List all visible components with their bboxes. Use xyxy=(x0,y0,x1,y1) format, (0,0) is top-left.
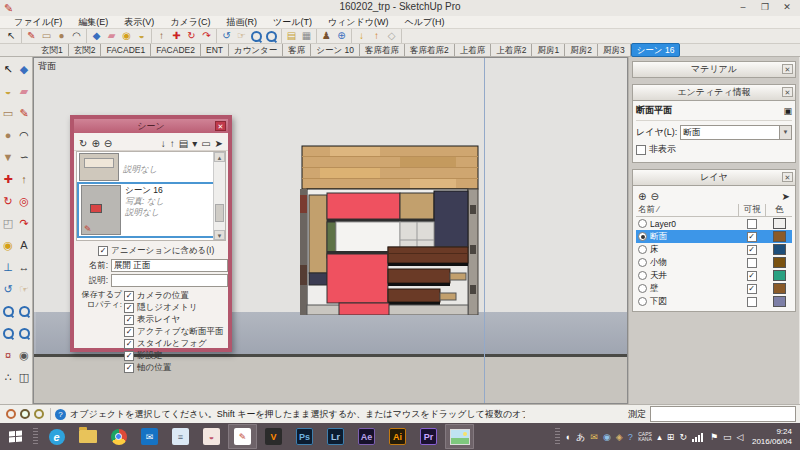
scene-name-input[interactable] xyxy=(111,259,228,272)
paint-taskbar-button[interactable]: ◒ xyxy=(197,424,226,449)
scene-tab[interactable]: カウンター xyxy=(229,44,283,56)
scale-button[interactable]: ◰ xyxy=(0,212,16,234)
layer-active-radio[interactable] xyxy=(638,297,647,306)
details-arrow-icon[interactable]: ➤ xyxy=(215,138,223,149)
pan-button[interactable]: ☞ xyxy=(234,29,249,43)
layer-row[interactable]: Layer0 xyxy=(636,217,792,230)
photoshop-taskbar-button[interactable]: Ps xyxy=(290,424,319,449)
look-around-button[interactable]: ◉ xyxy=(16,344,32,366)
scene-list-item-selected[interactable]: ✎ シーン 16 写真: なし 説明なし xyxy=(77,182,225,238)
layer-active-radio[interactable] xyxy=(638,284,647,293)
layer-color-swatch[interactable] xyxy=(773,270,786,281)
hidden-icons-icon[interactable]: ▴ xyxy=(657,431,662,443)
zoom-button[interactable] xyxy=(0,300,16,322)
property-checkbox[interactable]: ✓ xyxy=(124,339,134,349)
property-checkbox[interactable]: ✓ xyxy=(124,363,134,373)
layer-visible-checkbox[interactable] xyxy=(747,258,757,268)
status-icon-1[interactable] xyxy=(6,409,16,419)
menu-item[interactable]: カメラ(C) xyxy=(162,16,218,29)
google-earth-button[interactable]: ⊕ xyxy=(334,29,349,43)
scene-tab[interactable]: 厨房3 xyxy=(598,44,631,56)
add-layer-icon[interactable]: ⊕ xyxy=(638,190,646,204)
person-component-button[interactable]: ♟ xyxy=(319,29,334,43)
scroll-up-icon[interactable]: ▲ xyxy=(214,152,225,162)
rotate-button[interactable]: ↻ xyxy=(184,29,199,43)
scenes-dialog[interactable]: シーン ✕ ↻⊕⊖↓↑▤▾▭➤ 説明なし ✎ シーン 16 写真: なし 説明な… xyxy=(70,115,232,352)
rectangle-button[interactable]: ▭ xyxy=(39,29,54,43)
layer-active-radio[interactable] xyxy=(638,258,647,267)
make-component-button[interactable]: ◆ xyxy=(89,29,104,43)
materials-window-button[interactable]: ▤ xyxy=(284,29,299,43)
notepad-taskbar-button[interactable]: ≡ xyxy=(166,424,195,449)
file-explorer-taskbar-button[interactable] xyxy=(73,424,102,449)
property-checkbox[interactable]: ✓ xyxy=(124,351,134,361)
tape-measure-button[interactable]: ◉ xyxy=(0,234,16,256)
add-scene-icon[interactable]: ⊕ xyxy=(91,138,99,149)
layers-close-icon[interactable]: ✕ xyxy=(782,172,793,182)
export-model-button[interactable]: ↑ xyxy=(369,29,384,43)
tray-help-icon[interactable]: ? xyxy=(628,431,633,443)
eraser-button[interactable]: ▰ xyxy=(16,80,32,102)
remove-scene-icon[interactable]: ⊖ xyxy=(104,138,112,149)
eraser-button[interactable]: ▰ xyxy=(104,29,119,43)
polygon-button[interactable]: ▼ xyxy=(0,146,16,168)
entity-info-close-icon[interactable]: ✕ xyxy=(782,87,793,97)
layer-row[interactable]: 天井✓ xyxy=(636,269,792,282)
push-pull-button[interactable]: ↑ xyxy=(16,168,32,190)
line-button[interactable]: ✎ xyxy=(24,29,39,43)
layer-color-swatch[interactable] xyxy=(773,218,786,229)
layer-active-radio[interactable] xyxy=(638,219,647,228)
scenes-list[interactable]: 説明なし ✎ シーン 16 写真: なし 説明なし ▲ ▼ xyxy=(76,151,226,241)
tray-app-gold-icon[interactable]: ◈ xyxy=(616,431,623,443)
measurements-input[interactable] xyxy=(650,406,796,422)
move-scene-up-icon[interactable]: ↑ xyxy=(170,138,175,149)
materials-close-icon[interactable]: ✕ xyxy=(782,64,793,74)
layers-col-name[interactable]: 名前 ∕ xyxy=(636,204,739,216)
status-icon-3[interactable] xyxy=(34,409,44,419)
chevron-down-icon[interactable]: ▼ xyxy=(779,126,791,139)
layer-color-swatch[interactable] xyxy=(773,244,786,255)
volume-icon[interactable]: ◁ xyxy=(737,431,744,443)
scene-tab[interactable]: 上着席2 xyxy=(491,44,532,56)
text-button[interactable]: A xyxy=(16,234,32,256)
network-icon[interactable] xyxy=(692,432,704,442)
walk-button[interactable]: ∴ xyxy=(0,366,16,388)
tape-measure-button[interactable]: ◉ xyxy=(119,29,134,43)
clock[interactable]: 9:242016/06/04 xyxy=(752,427,792,447)
layers-panel-header[interactable]: レイヤ ✕ xyxy=(632,169,796,186)
scenes-dialog-close-icon[interactable]: ✕ xyxy=(215,121,226,131)
property-checkbox[interactable]: ✓ xyxy=(124,291,134,301)
arc-button[interactable]: ◠ xyxy=(16,124,32,146)
dimension-button[interactable]: ↔ xyxy=(16,256,32,278)
menu-item[interactable]: ツール(T) xyxy=(265,16,320,29)
position-camera-button[interactable]: ¤ xyxy=(0,344,16,366)
materials-panel-header[interactable]: マテリアル ✕ xyxy=(632,61,796,78)
layer-visible-checkbox[interactable]: ✓ xyxy=(747,232,757,242)
sketchup-taskbar-button[interactable]: ✎ xyxy=(228,424,257,449)
paint-bucket-button[interactable]: ◒ xyxy=(134,29,149,43)
status-icon-2[interactable] xyxy=(20,409,30,419)
scene-tab[interactable]: 上着席 xyxy=(455,44,492,56)
layer-row[interactable]: 断面✓ xyxy=(636,230,792,243)
layer-visible-checkbox[interactable]: ✓ xyxy=(747,271,757,281)
close-button[interactable]: ✕ xyxy=(776,0,798,15)
chrome-taskbar-button[interactable] xyxy=(104,424,133,449)
layer-color-swatch[interactable] xyxy=(773,257,786,268)
scenes-dialog-titlebar[interactable]: シーン ✕ xyxy=(74,119,228,133)
entity-details-icon[interactable]: ▣ xyxy=(783,106,792,116)
scene-tab[interactable]: シーン 16 xyxy=(631,43,681,57)
maximize-button[interactable]: ❐ xyxy=(754,0,776,15)
move-button[interactable]: ✚ xyxy=(169,29,184,43)
property-checkbox[interactable]: ✓ xyxy=(124,303,134,313)
layer-visible-checkbox[interactable] xyxy=(747,219,757,229)
layer-visible-checkbox[interactable] xyxy=(747,297,757,307)
layers-details-icon[interactable]: ➤ xyxy=(782,190,790,204)
layers-col-color[interactable]: 色 xyxy=(766,204,792,216)
include-animation-checkbox[interactable]: ✓ xyxy=(98,246,108,256)
rotate-button[interactable]: ↻ xyxy=(0,190,16,212)
flag-icon[interactable]: ⚑ xyxy=(710,431,718,443)
push-pull-button[interactable]: ↑ xyxy=(154,29,169,43)
zoom-button[interactable] xyxy=(249,29,264,43)
axes-button[interactable]: ⊥ xyxy=(0,256,16,278)
layer-color-swatch[interactable] xyxy=(773,296,786,307)
